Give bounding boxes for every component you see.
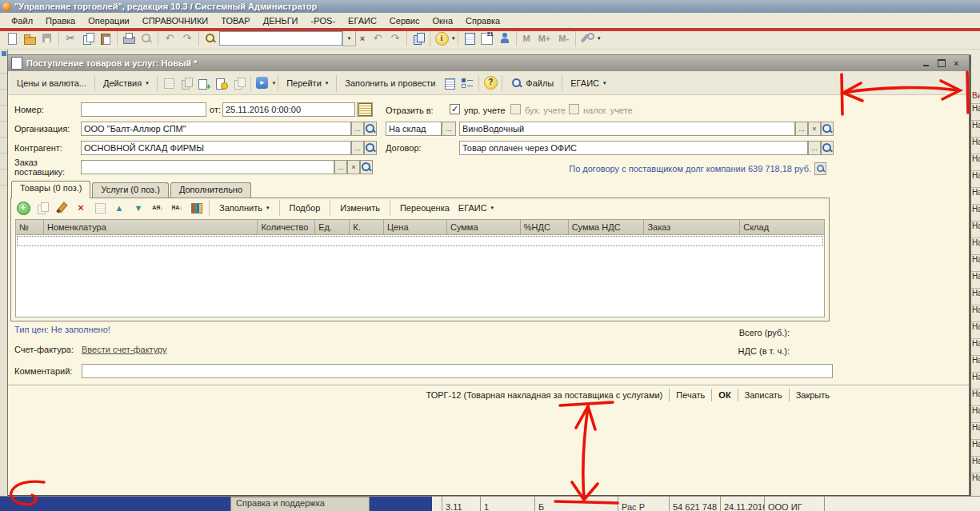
column-header-number[interactable]: № xyxy=(16,220,44,234)
menu-operations[interactable]: Операции xyxy=(82,14,135,27)
magnifier-icon xyxy=(821,122,834,135)
table-settings-button[interactable] xyxy=(441,74,458,92)
sort-ascending-button[interactable]: АЯ↓ xyxy=(149,199,166,217)
menu-egais[interactable]: ЕГАИС xyxy=(342,14,383,27)
revalue-button[interactable]: Переоценка xyxy=(394,199,455,217)
egais-items-button[interactable]: ЕГАИС▾ xyxy=(457,199,499,217)
organization-select-button[interactable]: ... xyxy=(351,122,364,136)
settings-button[interactable] xyxy=(578,30,596,47)
date-picker-button[interactable] xyxy=(357,102,373,117)
menu-money[interactable]: ДЕНЬГИ xyxy=(257,14,305,27)
column-header-unit[interactable]: Ед. xyxy=(315,220,350,234)
print-button[interactable]: Печать xyxy=(670,390,711,400)
organization-field[interactable]: ООО "Балт-Аллюр СПМ" xyxy=(81,122,351,136)
warehouse-mode-select-button[interactable]: ... xyxy=(442,122,456,136)
numbering-button[interactable] xyxy=(187,199,205,217)
supplier-order-field[interactable] xyxy=(81,160,334,174)
goto-button[interactable]: Перейти▾ xyxy=(281,74,334,92)
warehouse-mode-field[interactable]: На склад xyxy=(386,122,442,136)
close-button[interactable]: × xyxy=(950,58,962,69)
supplier-order-select-button[interactable]: ... xyxy=(334,160,347,174)
write-button[interactable]: Записать xyxy=(738,390,789,400)
column-header-order[interactable]: Заказ xyxy=(644,220,740,234)
document-titlebar[interactable]: Поступление товаров и услуг: Новый * × xyxy=(8,55,969,71)
fill-button[interactable]: Заполнить▾ xyxy=(214,199,275,217)
supplier-order-clear-button[interactable]: × xyxy=(347,160,360,174)
warehouse-select-button[interactable]: ... xyxy=(795,122,808,136)
column-header-k[interactable]: К. xyxy=(350,220,384,234)
files-button[interactable]: Файлы xyxy=(505,74,559,92)
delete-row-button[interactable]: × xyxy=(72,199,90,217)
column-header-quantity[interactable]: Количество xyxy=(258,220,315,234)
tab-additional[interactable]: Дополнительно xyxy=(170,182,251,198)
debt-details-button[interactable] xyxy=(814,162,826,175)
organization-open-button[interactable] xyxy=(364,122,377,136)
checkbox-settings-button[interactable] xyxy=(458,74,476,92)
column-header-nomenclature[interactable]: Номенклатура xyxy=(44,220,258,234)
menu-references[interactable]: СПРАВОЧНИКИ xyxy=(136,14,215,27)
help-icon: ? xyxy=(484,76,498,90)
move-down-button[interactable]: ▼ xyxy=(130,199,147,217)
change-button[interactable]: Изменить xyxy=(334,199,386,217)
contract-select-button[interactable]: ... xyxy=(808,141,821,155)
enter-invoice-link[interactable]: Ввести счет-фактуру xyxy=(82,345,167,354)
date-field[interactable]: 25.11.2016 0:00:00 xyxy=(222,102,355,117)
document-window: Поступление товаров и услуг: Новый * × Ц… xyxy=(7,54,970,495)
contract-field[interactable]: Товар оплачен через ОФИС xyxy=(459,141,808,155)
comment-field[interactable] xyxy=(82,364,833,378)
number-field[interactable] xyxy=(81,102,206,117)
actions-button[interactable]: Действия▾ xyxy=(98,74,154,92)
warehouse-clear-button[interactable]: × xyxy=(808,122,821,136)
menu-goods[interactable]: ТОВАР xyxy=(214,14,256,27)
warehouse-open-button[interactable] xyxy=(821,122,834,136)
move-up-button[interactable]: ▲ xyxy=(110,199,128,217)
maximize-button[interactable] xyxy=(935,58,947,69)
egais-button[interactable]: ЕГАИС▾ xyxy=(565,74,611,92)
torg12-button[interactable]: ТОРГ-12 (Товарная накладная за поставщик… xyxy=(419,390,669,400)
reflect-label: Отразить в: xyxy=(386,106,434,115)
contractor-open-button[interactable] xyxy=(364,141,377,155)
edit-row-button[interactable] xyxy=(53,199,70,217)
copy-document-button[interactable] xyxy=(195,74,213,92)
help-button[interactable]: ? xyxy=(482,74,499,92)
copy-add-icon xyxy=(198,77,210,90)
ok-button[interactable]: ОК xyxy=(712,390,737,400)
help-support-item: Справка и поддержка xyxy=(230,497,370,511)
screen: "Управление торговлей", редакция 10.3 / … xyxy=(0,0,980,511)
price-type-text[interactable]: Тип цен: Не заполнено! xyxy=(14,325,110,334)
column-header-warehouse[interactable]: Склад xyxy=(740,220,824,234)
calendar-button[interactable]: 31 xyxy=(478,30,496,47)
menu-help[interactable]: Справка xyxy=(459,14,506,27)
post-arrow-icon: ▸ xyxy=(256,77,268,89)
post-caret-icon[interactable]: ▾ xyxy=(273,80,276,86)
warehouse-field[interactable]: ВиноВодочный xyxy=(459,122,795,136)
contractor-select-button[interactable]: ... xyxy=(351,141,364,155)
tab-goods[interactable]: Товары (0 поз.) xyxy=(11,181,90,198)
column-header-vat-percent[interactable]: %НДС xyxy=(521,220,569,234)
menu-edit[interactable]: Правка xyxy=(39,14,82,27)
menu-windows[interactable]: Окна xyxy=(426,14,460,27)
tab-services[interactable]: Услуги (0 поз.) xyxy=(92,182,168,198)
prices-currency-button[interactable]: Цены и валюта... xyxy=(11,74,92,92)
post-document-button[interactable]: ▸ xyxy=(254,74,271,92)
menu-service[interactable]: Сервис xyxy=(383,14,426,27)
management-accounting-checkbox[interactable] xyxy=(450,104,460,114)
items-table-body[interactable] xyxy=(15,235,825,317)
user-button[interactable] xyxy=(496,30,514,47)
minimize-button[interactable] xyxy=(920,58,932,69)
sort-descending-button[interactable]: ЯА↓ xyxy=(168,199,186,217)
pick-button[interactable]: Подбор xyxy=(284,199,326,217)
menu-pos[interactable]: -POS- xyxy=(305,14,342,27)
column-header-vat-sum[interactable]: Сумма НДС xyxy=(569,220,645,234)
background-cell: 3.11 xyxy=(442,497,480,511)
contractor-field[interactable]: ОСНОВНОЙ СКЛАД ФИРМЫ xyxy=(81,141,351,155)
add-row-button[interactable]: + xyxy=(14,199,32,217)
document-money-button[interactable] xyxy=(213,74,230,92)
supplier-order-open-button[interactable] xyxy=(360,160,373,174)
column-header-price[interactable]: Цена xyxy=(384,220,447,234)
column-header-sum[interactable]: Сумма xyxy=(447,220,521,234)
close-form-button[interactable]: Закрыть xyxy=(790,390,836,400)
fill-and-post-button[interactable]: Заполнить и провести xyxy=(339,74,441,92)
contract-open-button[interactable] xyxy=(821,141,834,155)
menu-file[interactable]: Файл xyxy=(5,14,39,27)
